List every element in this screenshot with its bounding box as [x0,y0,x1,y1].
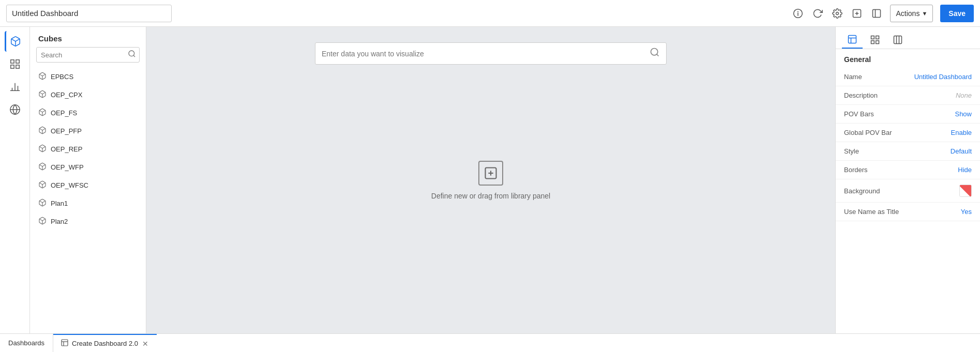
sidebar-list: EPBCS OEP_CPX OEP_FS OEP_PFP OEP_REP [30,68,146,333]
nav-globe-icon[interactable] [5,99,25,120]
header-icons: Actions ▼ Save [792,5,974,22]
sidebar-item-oep_wfp[interactable]: OEP_WFP [30,158,146,176]
right-row-label: Name [844,73,914,81]
canvas-placeholder: Define new or drag from library panel [431,161,550,200]
sidebar-item-oep_rep[interactable]: OEP_REP [30,140,146,158]
svg-rect-13 [10,65,13,68]
canvas-placeholder-text: Define new or drag from library panel [431,192,550,200]
right-panel: General Name Untitled Dashboard Descript… [835,27,980,333]
actions-chevron-icon: ▼ [922,10,927,17]
cube-icon [38,162,47,172]
refresh-icon[interactable] [811,7,824,20]
search-input[interactable] [41,51,128,59]
bottom-tab-close-icon[interactable]: ✕ [141,340,149,348]
settings-icon[interactable] [831,7,843,20]
sidebar-item-plan1[interactable]: Plan1 [30,194,146,212]
main-body: Cubes EPBCS OEP_CPX OEP_FS [0,27,980,333]
svg-rect-41 [871,41,875,44]
svg-point-3 [836,12,839,14]
right-row-value: None [956,91,972,99]
right-row-style[interactable]: Style Default [836,142,980,161]
dashboard-title-input[interactable] [6,5,172,22]
right-row-description[interactable]: Description None [836,86,980,105]
sidebar-item-label: Plan1 [51,200,68,207]
svg-rect-40 [876,36,879,39]
right-row-value: Show [955,110,972,118]
sidebar-item-plan2[interactable]: Plan2 [30,212,146,231]
nav-grid-icon[interactable] [5,54,25,74]
right-row-global-pov-bar[interactable]: Global POV Bar Enable [836,124,980,142]
cube-icon [38,144,47,154]
sidebar-item-label: EPBCS [51,73,73,81]
sidebar-item-label: OEP_FS [51,109,77,117]
actions-label: Actions [896,9,919,18]
sidebar: Cubes EPBCS OEP_CPX OEP_FS [30,27,146,333]
right-row-pov-bars[interactable]: POV Bars Show [836,105,980,124]
sidebar-item-epbcs[interactable]: EPBCS [30,68,146,86]
svg-rect-42 [876,41,879,44]
cube-icon [38,126,47,136]
nav-chart-icon[interactable] [5,76,25,97]
right-row-background[interactable]: Background [836,179,980,203]
add-visualization-icon[interactable] [478,161,503,186]
svg-point-20 [129,51,134,56]
add-icon[interactable] [851,7,863,20]
right-row-label: Use Name as Title [844,208,961,216]
right-row-value: Untitled Dashboard [914,73,972,81]
sidebar-item-oep_wfsc[interactable]: OEP_WFSC [30,176,146,194]
svg-rect-36 [849,36,856,43]
right-row-label: Description [844,91,956,99]
save-button[interactable]: Save [940,5,974,22]
sidebar-item-label: Plan2 [51,218,68,225]
sidebar-search-container [36,47,140,63]
canvas-search-input[interactable] [322,50,650,58]
header: Actions ▼ Save [0,0,980,27]
search-icon [128,50,136,60]
right-tab-grid[interactable] [865,31,885,49]
info-icon[interactable] [792,7,804,20]
canvas-area: Define new or drag from library panel [146,27,835,333]
cube-icon [38,108,47,118]
cube-icon [38,198,47,208]
svg-rect-43 [894,36,902,44]
right-row-label: Global POV Bar [844,129,951,136]
right-row-label: POV Bars [844,110,955,118]
svg-line-32 [657,54,659,56]
canvas-search-icon [650,47,660,60]
right-row-label: Borders [844,166,958,174]
panel-icon[interactable] [870,7,883,20]
right-tab-columns[interactable] [887,31,908,49]
right-row-label: Style [844,147,951,155]
sidebar-item-label: OEP_CPX [51,91,82,99]
right-row-use-name-as-title[interactable]: Use Name as Title Yes [836,203,980,221]
svg-line-21 [133,55,135,57]
cube-icon [38,217,47,226]
bottom-bar: Dashboards Create Dashboard 2.0 ✕ [0,333,980,352]
background-swatch[interactable] [959,185,972,197]
right-panel-section-title: General [836,49,980,68]
actions-button[interactable]: Actions ▼ [890,5,933,22]
bottom-tab-dashboards[interactable]: Dashboards [0,334,53,352]
sidebar-item-oep_pfp[interactable]: OEP_PFP [30,122,146,140]
canvas-search-bar [315,42,667,65]
sidebar-item-oep_fs[interactable]: OEP_FS [30,104,146,122]
right-tab-layout[interactable] [842,31,863,49]
right-row-borders[interactable]: Borders Hide [836,161,980,179]
sidebar-item-label: OEP_WFSC [51,181,88,189]
svg-point-31 [651,49,658,55]
bottom-tab-dashboard-icon [61,339,69,349]
right-row-value: Enable [951,129,972,136]
right-row-value: Default [951,147,972,155]
sidebar-item-oep_cpx[interactable]: OEP_CPX [30,86,146,104]
right-panel-rows: Name Untitled Dashboard Description None… [836,68,980,333]
svg-rect-10 [10,60,13,63]
svg-rect-46 [62,340,68,346]
left-nav [0,27,30,333]
right-row-name[interactable]: Name Untitled Dashboard [836,68,980,86]
cube-icon [38,90,47,100]
nav-cubes-icon[interactable] [5,31,25,52]
sidebar-item-label: OEP_PFP [51,127,82,135]
right-row-label: Background [844,187,959,195]
bottom-tab-active[interactable]: Create Dashboard 2.0 ✕ [53,334,157,352]
bottom-tab-label: Create Dashboard 2.0 [72,340,138,347]
